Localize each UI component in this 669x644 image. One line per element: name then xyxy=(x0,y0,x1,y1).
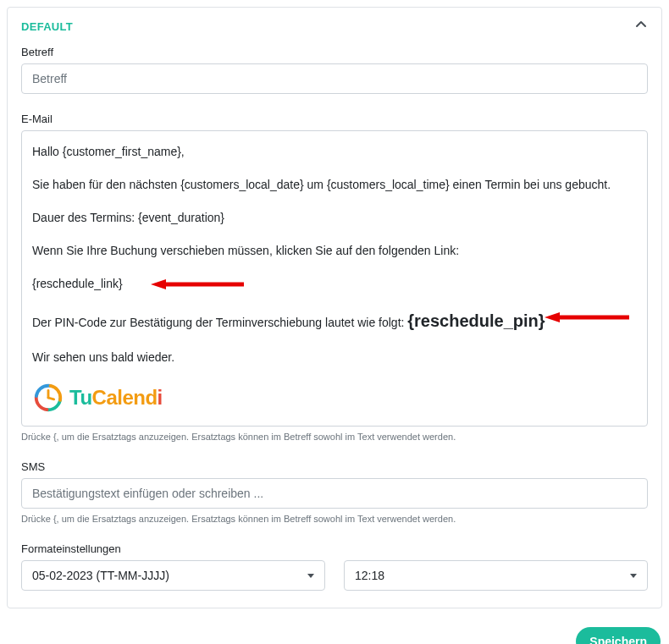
email-line-3: Dauer des Termins: {event_duration} xyxy=(32,209,637,227)
sms-helper-text: Drücke {, um die Ersatztags anzuzeigen. … xyxy=(21,514,648,524)
email-line-5: {reschedule_link} xyxy=(32,277,123,290)
tucalendi-logo: TuCalendi xyxy=(32,382,637,414)
panel-header[interactable]: DEFAULT xyxy=(8,8,661,46)
panel-body: Betreff E-Mail Hallo {customer_first_nam… xyxy=(8,46,661,608)
email-line-7: Wir sehen uns bald wieder. xyxy=(32,349,637,366)
svg-line-9 xyxy=(48,398,54,399)
subject-label: Betreff xyxy=(21,46,648,58)
svg-marker-3 xyxy=(545,312,560,322)
chevron-up-icon xyxy=(634,18,648,36)
email-field: E-Mail Hallo {customer_first_name}, Sie … xyxy=(21,113,648,442)
format-label: Formateinstellungen xyxy=(21,542,648,555)
tucalendi-logo-mark-icon xyxy=(32,382,64,414)
date-format-value: 05-02-2023 (TT-MM-JJJJ) xyxy=(32,569,169,582)
save-row: Speichern xyxy=(7,627,662,644)
email-line-4: Wenn Sie Ihre Buchung verschieben müssen… xyxy=(32,242,637,260)
panel-title: DEFAULT xyxy=(21,20,73,33)
arrow-annotation-2-icon xyxy=(545,311,629,323)
email-line-6a: Der PIN-Code zur Bestätigung der Terminv… xyxy=(32,316,407,329)
time-format-value: 12:18 xyxy=(355,569,384,582)
svg-marker-1 xyxy=(151,279,166,289)
email-line-6-wrap: Der PIN-Code zur Bestätigung der Terminv… xyxy=(32,308,637,333)
arrow-annotation-1-icon xyxy=(151,278,244,290)
sms-label: SMS xyxy=(21,460,648,473)
subject-input[interactable] xyxy=(21,63,648,94)
email-line-2: Sie haben für den nächsten {customers_lo… xyxy=(32,176,637,194)
format-settings: Formateinstellungen 05-02-2023 (TT-MM-JJ… xyxy=(21,542,648,591)
caret-down-icon xyxy=(307,574,314,578)
email-line-5-wrap: {reschedule_link} xyxy=(32,275,637,293)
time-format-select[interactable]: 12:18 xyxy=(344,560,648,591)
subject-field: Betreff xyxy=(21,46,648,94)
email-body-editor[interactable]: Hallo {customer_first_name}, Sie haben f… xyxy=(21,130,648,427)
tucalendi-logo-text: TuCalendi xyxy=(69,383,163,413)
date-format-select[interactable]: 05-02-2023 (TT-MM-JJJJ) xyxy=(21,560,325,591)
email-helper-text: Drücke {, um die Ersatztags anzuzeigen. … xyxy=(21,432,648,442)
default-panel: DEFAULT Betreff E-Mail Hallo {customer_f… xyxy=(7,7,662,608)
sms-input[interactable] xyxy=(21,478,648,509)
email-line-1: Hallo {customer_first_name}, xyxy=(32,143,637,161)
sms-field: SMS Drücke {, um die Ersatztags anzuzeig… xyxy=(21,460,648,524)
email-label: E-Mail xyxy=(21,113,648,125)
save-button[interactable]: Speichern xyxy=(576,627,661,644)
reschedule-pin-token: {reschedule_pin} xyxy=(407,311,545,330)
caret-down-icon xyxy=(630,574,637,578)
